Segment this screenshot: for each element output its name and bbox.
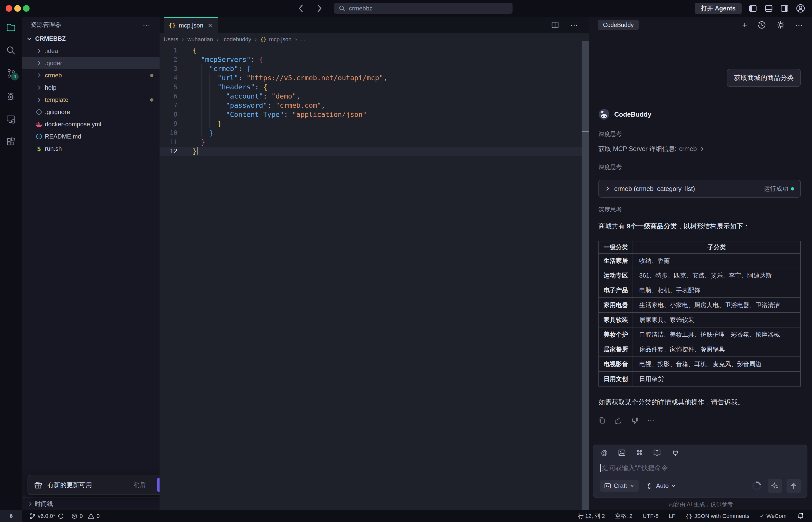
commands-icon[interactable]: ⌘ [636, 449, 643, 457]
timeline-section[interactable]: 时间线 [22, 497, 159, 510]
mcp-plug-icon[interactable] [671, 449, 679, 457]
code-line-10[interactable]: 10 } [159, 128, 589, 138]
line-number: 11 [159, 138, 185, 147]
code-line-3[interactable]: 3 "crmeb": { [159, 64, 589, 73]
token: "account" [226, 92, 263, 100]
remote-indicator[interactable] [0, 510, 22, 522]
chat-input-box[interactable]: @ ⌘ 提问或输入"/"快捷命令 Craft Auto [593, 445, 807, 498]
category-name: 电子产品 [599, 283, 633, 298]
breadcrumb-item[interactable]: .codebuddy [222, 36, 251, 43]
toggle-right-sidebar-icon[interactable] [780, 4, 789, 13]
mention-icon[interactable]: @ [601, 449, 607, 457]
encoding[interactable]: UTF-8 [643, 513, 659, 519]
table-row: 居家餐厨床品件套、家饰摆件、餐厨锅具 [599, 342, 800, 357]
thumbs-up-icon[interactable] [615, 417, 622, 424]
editor-scrollbar[interactable] [582, 41, 589, 510]
command-search-box[interactable]: crmebbz [334, 3, 513, 14]
actions-more-icon[interactable]: ⋯ [647, 416, 655, 425]
tree-item-crmeb[interactable]: crmeb [22, 69, 159, 81]
remote-explorer-icon[interactable] [6, 114, 16, 124]
code-line-7[interactable]: 7 "password": "crmeb.com", [159, 101, 589, 110]
table-row: 家用电器生活家电、小家电、厨房大电、卫浴电器、卫浴清洁 [599, 298, 800, 313]
copy-icon[interactable] [598, 417, 606, 424]
code-line-1[interactable]: 1{ [159, 46, 589, 55]
extensions-icon[interactable] [6, 137, 16, 147]
tree-item-.qoder[interactable]: .qoder [22, 57, 159, 69]
tree-item-docker-compose.yml[interactable]: docker-compose.yml [22, 118, 159, 130]
im-status[interactable]: ✓WeCom [760, 513, 787, 519]
explorer-more-icon[interactable]: ⋯ [143, 20, 151, 29]
tree-item-.idea[interactable]: .idea [22, 45, 159, 57]
toggle-bottom-panel-icon[interactable] [764, 4, 773, 13]
mode-selector[interactable]: Auto [646, 482, 676, 489]
codebuddy-tab[interactable]: CodeBuddy [598, 20, 639, 30]
maximize-window-button[interactable] [23, 5, 30, 12]
notifications-bell-icon[interactable] [797, 512, 804, 520]
tree-item-template[interactable]: template [22, 94, 159, 106]
eol[interactable]: LF [669, 513, 675, 519]
code-editor[interactable]: 1{2 "mcpServers": {3 "crmeb": {4 "url": … [159, 46, 589, 156]
indent-guide [209, 73, 210, 82]
nav-forward-icon[interactable] [316, 4, 322, 13]
explorer-icon[interactable] [6, 22, 16, 33]
new-chat-icon[interactable]: + [742, 20, 747, 30]
input-placeholder[interactable]: 提问或输入"/"快捷命令 [602, 463, 668, 473]
nav-back-icon[interactable] [298, 4, 304, 13]
language-mode[interactable]: {}JSON with Comments [685, 513, 750, 519]
history-icon[interactable] [757, 21, 766, 29]
search-sidebar-icon[interactable] [6, 45, 16, 56]
code-line-4[interactable]: 4 "url": "https://v5.crmeb.net/outapi/mc… [159, 73, 589, 82]
toast-install-button[interactable]: 立即安装 [157, 478, 159, 492]
code-line-8[interactable]: 8 "Content-Type": "application/json" [159, 110, 589, 119]
split-editor-icon[interactable] [551, 21, 559, 29]
thumbs-down-icon[interactable] [631, 417, 639, 424]
debug-icon[interactable] [6, 91, 16, 101]
thinking-label[interactable]: 深度思考 [598, 163, 801, 171]
close-tab-icon[interactable]: × [208, 21, 213, 30]
cursor-position[interactable]: 行 12, 列 2 [578, 512, 605, 520]
token: "application/json" [292, 111, 367, 118]
tree-item-help[interactable]: help [22, 81, 159, 94]
toast-later-button[interactable]: 稍后 [134, 481, 146, 489]
indentation[interactable]: 空格: 2 [615, 512, 632, 520]
line-content: "headers": { [185, 82, 267, 92]
thinking-label[interactable]: 深度思考 [598, 130, 801, 138]
code-line-6[interactable]: 6 "account": "demo", [159, 92, 589, 101]
code-line-5[interactable]: 5 "headers": { [159, 82, 589, 92]
code-line-9[interactable]: 9 } [159, 119, 589, 128]
image-upload-icon[interactable] [618, 449, 626, 457]
model-selector[interactable]: Craft [600, 480, 639, 492]
knowledge-book-icon[interactable] [653, 449, 661, 457]
editor-more-icon[interactable]: ⋯ [571, 21, 579, 29]
breadcrumb-item[interactable]: wuhaotian [187, 36, 213, 43]
tab-mcp-json[interactable]: {} mcp.json × [164, 17, 218, 33]
tree-item-run.sh[interactable]: $run.sh [22, 143, 159, 155]
thinking-label[interactable]: 深度思考 [598, 206, 801, 214]
source-control-icon[interactable]: 4 [6, 68, 16, 78]
settings-gear-icon[interactable] [776, 21, 785, 29]
chevron-right-icon [605, 186, 610, 192]
code-line-12[interactable]: 12} [159, 147, 589, 156]
minimize-window-button[interactable] [14, 5, 21, 12]
tool-call-card[interactable]: crmeb (crmeb_category_list) 运行成功 [598, 180, 801, 198]
breadcrumb-item[interactable]: ... [301, 36, 305, 43]
code-line-2[interactable]: 2 "mcpServers": { [159, 55, 589, 64]
tree-item-.gitignore[interactable]: .gitignore [22, 106, 159, 118]
breadcrumb-item[interactable]: mcp.json [269, 36, 292, 43]
category-name: 家用电器 [599, 298, 633, 313]
git-branch-status[interactable]: v6.0.0* [29, 513, 64, 519]
problems-status[interactable]: 0 0 [71, 513, 100, 519]
account-icon[interactable] [796, 4, 805, 13]
breadcrumb[interactable]: Users›wuhaotian›.codebuddy›{}mcp.json›..… [159, 33, 589, 46]
open-agents-button[interactable]: 打开 Agents [695, 3, 742, 14]
panel-more-icon[interactable]: ⋯ [795, 21, 803, 29]
mcp-step[interactable]: 获取 MCP Server 详细信息: crmeb [598, 145, 801, 153]
breadcrumb-item[interactable]: Users [163, 36, 178, 43]
code-line-11[interactable]: 11 } [159, 138, 589, 147]
send-button[interactable] [787, 479, 801, 493]
tree-root-crmebbz[interactable]: CRMEBBZ [22, 33, 159, 45]
enhance-prompt-button[interactable] [768, 479, 782, 493]
close-window-button[interactable] [6, 5, 12, 12]
toggle-left-sidebar-icon[interactable] [748, 4, 757, 13]
tree-item-README.md[interactable]: README.md [22, 130, 159, 143]
